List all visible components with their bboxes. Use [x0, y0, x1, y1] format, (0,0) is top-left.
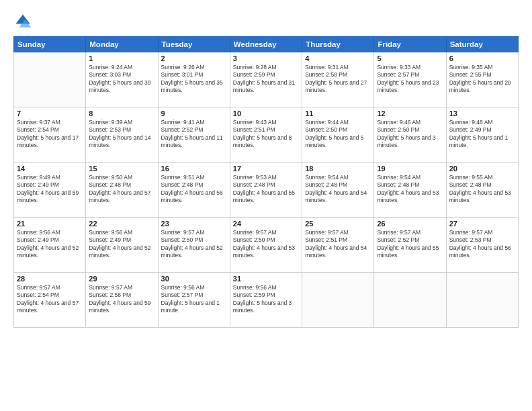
calendar-cell: 14Sunrise: 9:49 AMSunset: 2:49 PMDayligh… — [14, 163, 86, 218]
day-info: Sunrise: 9:33 AMSunset: 2:57 PMDaylight:… — [377, 64, 443, 95]
day-number: 12 — [377, 109, 443, 118]
calendar-cell: 8Sunrise: 9:39 AMSunset: 2:53 PMDaylight… — [86, 107, 158, 163]
calendar-week-4: 21Sunrise: 9:56 AMSunset: 2:49 PMDayligh… — [14, 218, 519, 273]
weekday-header-wednesday: Wednesday — [230, 37, 302, 52]
calendar-cell: 17Sunrise: 9:53 AMSunset: 2:48 PMDayligh… — [230, 163, 302, 218]
calendar-cell: 19Sunrise: 9:54 AMSunset: 2:48 PMDayligh… — [374, 163, 446, 218]
calendar-cell: 24Sunrise: 9:57 AMSunset: 2:50 PMDayligh… — [230, 218, 302, 273]
calendar-cell: 3Sunrise: 9:28 AMSunset: 2:59 PMDaylight… — [230, 52, 302, 107]
day-info: Sunrise: 9:26 AMSunset: 3:01 PMDaylight:… — [161, 64, 227, 95]
calendar-cell: 15Sunrise: 9:50 AMSunset: 2:48 PMDayligh… — [86, 163, 158, 218]
calendar-cell: 11Sunrise: 9:44 AMSunset: 2:50 PMDayligh… — [302, 107, 374, 163]
weekday-header-monday: Monday — [86, 37, 158, 52]
day-info: Sunrise: 9:57 AMSunset: 2:51 PMDaylight:… — [305, 229, 371, 260]
day-info: Sunrise: 9:28 AMSunset: 2:59 PMDaylight:… — [233, 64, 299, 95]
day-number: 25 — [305, 220, 371, 228]
calendar-cell: 30Sunrise: 9:56 AMSunset: 2:57 PMDayligh… — [158, 273, 230, 328]
day-number: 7 — [17, 109, 83, 118]
calendar-cell: 31Sunrise: 9:56 AMSunset: 2:59 PMDayligh… — [230, 273, 302, 328]
calendar-cell: 12Sunrise: 9:46 AMSunset: 2:50 PMDayligh… — [374, 107, 446, 163]
day-number: 5 — [377, 54, 443, 62]
day-number: 20 — [449, 165, 515, 173]
calendar-cell — [14, 52, 86, 107]
day-info: Sunrise: 9:43 AMSunset: 2:51 PMDaylight:… — [233, 119, 299, 150]
day-number: 2 — [161, 54, 227, 62]
calendar-cell: 29Sunrise: 9:57 AMSunset: 2:56 PMDayligh… — [86, 273, 158, 328]
day-number: 1 — [89, 54, 154, 62]
calendar-cell: 9Sunrise: 9:41 AMSunset: 2:52 PMDaylight… — [158, 107, 230, 163]
calendar-cell: 28Sunrise: 9:57 AMSunset: 2:54 PMDayligh… — [14, 273, 86, 328]
day-number: 26 — [377, 220, 443, 228]
calendar-cell — [446, 273, 518, 328]
day-number: 18 — [305, 165, 371, 173]
calendar-week-5: 28Sunrise: 9:57 AMSunset: 2:54 PMDayligh… — [14, 273, 519, 328]
day-number: 19 — [377, 165, 443, 173]
day-number: 30 — [161, 275, 227, 283]
weekday-header-saturday: Saturday — [446, 37, 518, 52]
calendar-cell — [302, 273, 374, 328]
day-info: Sunrise: 9:57 AMSunset: 2:56 PMDaylight:… — [89, 284, 154, 315]
day-number: 9 — [161, 109, 227, 118]
day-info: Sunrise: 9:57 AMSunset: 2:50 PMDaylight:… — [161, 229, 227, 260]
day-info: Sunrise: 9:55 AMSunset: 2:48 PMDaylight:… — [449, 174, 515, 205]
calendar-cell: 21Sunrise: 9:56 AMSunset: 2:49 PMDayligh… — [14, 218, 86, 273]
calendar-cell — [374, 273, 446, 328]
calendar-cell: 13Sunrise: 9:48 AMSunset: 2:49 PMDayligh… — [446, 107, 518, 163]
day-number: 17 — [233, 165, 299, 173]
day-number: 22 — [89, 220, 154, 228]
day-number: 4 — [305, 54, 371, 62]
day-number: 10 — [233, 109, 299, 118]
calendar-week-3: 14Sunrise: 9:49 AMSunset: 2:49 PMDayligh… — [14, 163, 519, 218]
calendar-cell: 5Sunrise: 9:33 AMSunset: 2:57 PMDaylight… — [374, 52, 446, 107]
calendar-cell: 10Sunrise: 9:43 AMSunset: 2:51 PMDayligh… — [230, 107, 302, 163]
day-info: Sunrise: 9:24 AMSunset: 3:03 PMDaylight:… — [89, 64, 154, 95]
calendar-week-1: 1Sunrise: 9:24 AMSunset: 3:03 PMDaylight… — [14, 52, 519, 107]
page: SundayMondayTuesdayWednesdayThursdayFrid… — [0, 0, 532, 411]
calendar-cell: 22Sunrise: 9:56 AMSunset: 2:49 PMDayligh… — [86, 218, 158, 273]
day-number: 27 — [449, 220, 515, 228]
day-info: Sunrise: 9:46 AMSunset: 2:50 PMDaylight:… — [377, 119, 443, 150]
day-number: 28 — [17, 275, 83, 283]
weekday-header-friday: Friday — [374, 37, 446, 52]
calendar-week-2: 7Sunrise: 9:37 AMSunset: 2:54 PMDaylight… — [14, 107, 519, 163]
logo-icon — [13, 12, 32, 31]
day-info: Sunrise: 9:56 AMSunset: 2:57 PMDaylight:… — [161, 284, 227, 315]
day-info: Sunrise: 9:57 AMSunset: 2:52 PMDaylight:… — [377, 229, 443, 260]
day-info: Sunrise: 9:54 AMSunset: 2:48 PMDaylight:… — [305, 174, 371, 205]
day-info: Sunrise: 9:48 AMSunset: 2:49 PMDaylight:… — [449, 119, 515, 150]
day-info: Sunrise: 9:57 AMSunset: 2:50 PMDaylight:… — [233, 229, 299, 260]
weekday-header-row: SundayMondayTuesdayWednesdayThursdayFrid… — [14, 37, 519, 52]
calendar-cell: 4Sunrise: 9:31 AMSunset: 2:58 PMDaylight… — [302, 52, 374, 107]
day-info: Sunrise: 9:35 AMSunset: 2:55 PMDaylight:… — [449, 64, 515, 95]
header — [13, 12, 519, 31]
day-info: Sunrise: 9:41 AMSunset: 2:52 PMDaylight:… — [161, 119, 227, 150]
calendar-cell: 6Sunrise: 9:35 AMSunset: 2:55 PMDaylight… — [446, 52, 518, 107]
day-info: Sunrise: 9:54 AMSunset: 2:48 PMDaylight:… — [377, 174, 443, 205]
day-number: 3 — [233, 54, 299, 62]
day-number: 6 — [449, 54, 515, 62]
day-number: 13 — [449, 109, 515, 118]
day-info: Sunrise: 9:53 AMSunset: 2:48 PMDaylight:… — [233, 174, 299, 205]
day-info: Sunrise: 9:31 AMSunset: 2:58 PMDaylight:… — [305, 64, 371, 95]
day-info: Sunrise: 9:56 AMSunset: 2:49 PMDaylight:… — [17, 229, 83, 260]
day-info: Sunrise: 9:39 AMSunset: 2:53 PMDaylight:… — [89, 119, 154, 150]
calendar-cell: 20Sunrise: 9:55 AMSunset: 2:48 PMDayligh… — [446, 163, 518, 218]
day-info: Sunrise: 9:56 AMSunset: 2:49 PMDaylight:… — [89, 229, 154, 260]
calendar-cell: 25Sunrise: 9:57 AMSunset: 2:51 PMDayligh… — [302, 218, 374, 273]
calendar-cell: 26Sunrise: 9:57 AMSunset: 2:52 PMDayligh… — [374, 218, 446, 273]
weekday-header-tuesday: Tuesday — [158, 37, 230, 52]
calendar-table: SundayMondayTuesdayWednesdayThursdayFrid… — [13, 36, 519, 328]
day-number: 24 — [233, 220, 299, 228]
calendar-cell: 2Sunrise: 9:26 AMSunset: 3:01 PMDaylight… — [158, 52, 230, 107]
calendar-cell: 27Sunrise: 9:57 AMSunset: 2:53 PMDayligh… — [446, 218, 518, 273]
weekday-header-sunday: Sunday — [14, 37, 86, 52]
day-info: Sunrise: 9:37 AMSunset: 2:54 PMDaylight:… — [17, 119, 83, 150]
day-number: 14 — [17, 165, 83, 173]
weekday-header-thursday: Thursday — [302, 37, 374, 52]
day-number: 29 — [89, 275, 154, 283]
day-info: Sunrise: 9:44 AMSunset: 2:50 PMDaylight:… — [305, 119, 371, 150]
logo — [13, 12, 35, 31]
calendar-cell: 7Sunrise: 9:37 AMSunset: 2:54 PMDaylight… — [14, 107, 86, 163]
day-number: 21 — [17, 220, 83, 228]
day-info: Sunrise: 9:57 AMSunset: 2:54 PMDaylight:… — [17, 284, 83, 315]
